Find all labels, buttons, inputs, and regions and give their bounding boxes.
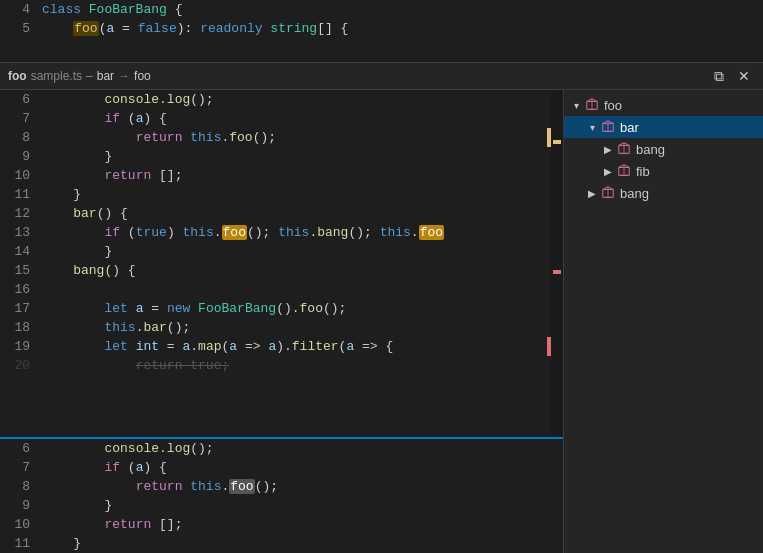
outline-label-bang-sibling: bang: [620, 186, 649, 201]
code-line-b11: 11 }: [0, 534, 563, 553]
code-panel: 6 console.log(); 7 if (a) { 8 return thi…: [0, 90, 563, 553]
code-line-7: 7 if (a) {: [0, 109, 551, 128]
top-code-block: 4 class FooBarBang { 5 foo(a = false): r…: [0, 0, 763, 62]
line-num-16: 16: [0, 280, 38, 299]
code-line-b8: 8 return this.foo();: [0, 477, 563, 496]
line-content-19: let int = a.map(a => a).filter(a => {: [38, 337, 547, 356]
line-content-16: [38, 280, 551, 299]
scrollbar-marker-red: [553, 270, 561, 274]
highlight-foo-bottom: foo: [229, 479, 254, 494]
outline-item-bar[interactable]: ▾ bar: [564, 116, 763, 138]
line-num-19: 19: [0, 337, 38, 356]
outline-panel: ▾ foo ▾: [563, 90, 763, 553]
line-num-b11: 11: [0, 534, 38, 553]
outline-item-foo[interactable]: ▾ foo: [564, 94, 763, 116]
line-number: 5: [0, 19, 38, 38]
expand-arrow-bar: ▾: [584, 122, 600, 133]
line-num-b8: 8: [0, 477, 38, 496]
line-content: class FooBarBang {: [38, 0, 763, 19]
code-line-11: 11 }: [0, 185, 551, 204]
code-line-13: 13 if (true) this.foo(); this.bang(); th…: [0, 223, 551, 242]
outline-label-bar: bar: [620, 120, 639, 135]
breadcrumb-arrow: →: [118, 69, 130, 83]
cube-icon-foo: [584, 97, 600, 113]
breadcrumb-prefix: foo: [8, 69, 27, 83]
line-num-14: 14: [0, 242, 38, 261]
line-num-18: 18: [0, 318, 38, 337]
line-num-20: 20: [0, 356, 38, 375]
breadcrumb-sep1: –: [86, 69, 93, 83]
outline-label-bang-child: bang: [636, 142, 665, 157]
line-content-11: }: [38, 185, 551, 204]
code-line-8: 8 return this.foo();: [0, 128, 551, 147]
code-line-18: 18 this.bar();: [0, 318, 551, 337]
line-content-15: bang() {: [38, 261, 551, 280]
code-line: 4 class FooBarBang {: [0, 0, 763, 19]
outline-item-bang-sibling[interactable]: ▶ bang: [564, 182, 763, 204]
line-num-b7: 7: [0, 458, 38, 477]
cube-icon-bang-child: [616, 141, 632, 157]
line-content-10: return [];: [38, 166, 551, 185]
line-num-10: 10: [0, 166, 38, 185]
line-content-8: return this.foo();: [38, 128, 547, 147]
outline-item-bang-child[interactable]: ▶ bang: [564, 138, 763, 160]
code-line-b6: 6 console.log();: [0, 439, 563, 458]
highlight-foo-2: foo: [419, 225, 444, 240]
line-number: 4: [0, 0, 38, 19]
outline-tree: ▾ foo ▾: [564, 94, 763, 204]
code-line-20: 20 return true;: [0, 356, 551, 375]
code-line-9: 9 }: [0, 147, 551, 166]
outline-label-foo: foo: [604, 98, 622, 113]
upper-code-lines: 6 console.log(); 7 if (a) { 8 return thi…: [0, 90, 551, 437]
cube-icon-bar: [600, 119, 616, 135]
line-num-7: 7: [0, 109, 38, 128]
top-code-lines: 4 class FooBarBang { 5 foo(a = false): r…: [0, 0, 763, 62]
line-content-12: bar() {: [38, 204, 551, 223]
line-num-9: 9: [0, 147, 38, 166]
breadcrumb-action-split[interactable]: ⧉: [709, 67, 729, 85]
line-num-17: 17: [0, 299, 38, 318]
scrollbar-marker-yellow: [553, 140, 561, 144]
line-num-6: 6: [0, 90, 38, 109]
breadcrumb-filename: sample.ts: [31, 69, 82, 83]
code-line-14: 14 }: [0, 242, 551, 261]
code-line: 5 foo(a = false): readonly string[] {: [0, 19, 763, 38]
line-content-13: if (true) this.foo(); this.bang(); this.…: [38, 223, 551, 242]
line-content-20: return true;: [38, 356, 551, 375]
line-num-12: 12: [0, 204, 38, 223]
line-content: foo(a = false): readonly string[] {: [38, 19, 763, 38]
line-content-7: if (a) {: [38, 109, 551, 128]
code-line-6: 6 console.log();: [0, 90, 551, 109]
code-line-b10: 10 return [];: [0, 515, 563, 534]
lower-code-section: 6 console.log(); 7 if (a) { 8 return thi…: [0, 439, 563, 553]
line-num-13: 13: [0, 223, 38, 242]
code-line-17: 17 let a = new FooBarBang().foo();: [0, 299, 551, 318]
code-line-12: 12 bar() {: [0, 204, 551, 223]
outline-item-fib[interactable]: ▶ fib: [564, 160, 763, 182]
line-content-6: console.log();: [38, 90, 551, 109]
line-content-14: }: [38, 242, 551, 261]
breadcrumb-foo-part[interactable]: foo: [134, 69, 151, 83]
upper-code-section: 6 console.log(); 7 if (a) { 8 return thi…: [0, 90, 563, 437]
code-line-15: 15 bang() {: [0, 261, 551, 280]
expand-arrow-bang-sibling: ▶: [584, 188, 600, 199]
code-line-b7: 7 if (a) {: [0, 458, 563, 477]
line-num-b6: 6: [0, 439, 38, 458]
line-content-b8: return this.foo();: [38, 477, 563, 496]
line-content-18: this.bar();: [38, 318, 551, 337]
line-content-b7: if (a) {: [38, 458, 563, 477]
line-num-15: 15: [0, 261, 38, 280]
line-num-b10: 10: [0, 515, 38, 534]
line-num-11: 11: [0, 185, 38, 204]
line-content-9: }: [38, 147, 551, 166]
line-num-8: 8: [0, 128, 38, 147]
outline-label-fib: fib: [636, 164, 650, 179]
line-content-b6: console.log();: [38, 439, 563, 458]
line-content-b10: return [];: [38, 515, 563, 534]
code-line-b9: 9 }: [0, 496, 563, 515]
breadcrumb-bar-part[interactable]: bar: [97, 69, 114, 83]
breadcrumb-close-button[interactable]: ✕: [733, 67, 755, 85]
scrollbar-markers: [551, 90, 563, 437]
line-num-b9: 9: [0, 496, 38, 515]
cube-icon-fib: [616, 163, 632, 179]
